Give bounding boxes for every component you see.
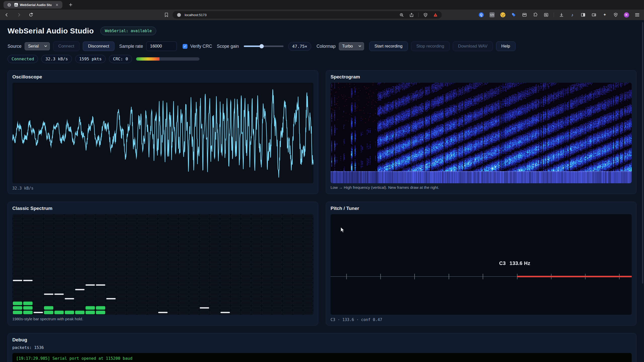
zoom-icon[interactable]: [398, 12, 405, 18]
debug-log[interactable]: [19:17:29.985] Serial port opened at 115…: [12, 353, 632, 362]
extensions-strip: Q </> ♪: [478, 12, 640, 18]
source-label: Source: [8, 44, 21, 49]
archive-extension-icon[interactable]: [521, 12, 528, 18]
oscilloscope-panel: Oscilloscope 32.3 kB/s: [8, 70, 318, 194]
tab-favicon: [14, 3, 18, 7]
address-bar[interactable]: localhost:5173: [173, 11, 442, 19]
colormap-select[interactable]: Turbo: [339, 42, 364, 50]
divider: [554, 13, 554, 17]
app-page: WebSerial Audio Studio WebSerial: availa…: [0, 20, 644, 362]
pitch-tuner-title: Pitch / Tuner: [331, 206, 632, 211]
tuner-frequency: 133.6 Hz: [509, 260, 530, 266]
sample-rate-label: Sample rate: [119, 44, 143, 49]
classic-spectrum-canvas: [12, 214, 313, 315]
packet-count-badge: 1595 pkts: [75, 55, 106, 63]
spectrogram-caption: Low → High frequency (vertical). New fra…: [331, 185, 632, 190]
tab-title: WebSerial Audio Studio: [20, 3, 52, 7]
help-button[interactable]: Help: [496, 41, 515, 51]
window-search-icon[interactable]: [543, 12, 549, 18]
extension-q-icon[interactable]: Q: [478, 12, 485, 18]
stop-recording-button[interactable]: Stop recording: [411, 41, 450, 51]
oscilloscope-canvas: [12, 83, 313, 183]
tuner-note: C3: [499, 260, 506, 266]
new-tab-icon[interactable]: [67, 2, 74, 8]
puzzle-extensions-icon[interactable]: [532, 12, 539, 18]
leo-ai-sparkle-icon[interactable]: ✦: [601, 12, 608, 18]
page-scrollbar[interactable]: [642, 22, 643, 284]
app-header: WebSerial Audio Studio WebSerial: availa…: [8, 27, 636, 35]
colormap-label: Colormap: [316, 44, 336, 49]
verify-crc-label: Verify CRC: [190, 44, 212, 49]
share-icon[interactable]: [408, 12, 415, 18]
site-info-icon[interactable]: [176, 12, 182, 18]
divider: [418, 13, 419, 17]
browser-chrome: WebSerial Audio Studio: [0, 0, 644, 20]
tab-strip: WebSerial Audio Studio: [0, 0, 644, 10]
verify-crc-checkbox[interactable]: ✓: [183, 44, 187, 49]
buffer-meter: [136, 57, 199, 61]
vpn-shield-icon[interactable]: [612, 12, 619, 18]
connection-status-badge: Connected: [8, 55, 38, 63]
forward-icon[interactable]: [16, 12, 22, 18]
menu-icon[interactable]: [634, 12, 640, 18]
pitch-tuner-canvas-wrap: C3 133.6 Hz: [331, 214, 632, 315]
wink-emoji-extension-icon[interactable]: [500, 12, 506, 18]
panel-grid: Oscilloscope 32.3 kB/s Spectrogram Low →…: [8, 70, 636, 326]
reload-icon[interactable]: [28, 12, 34, 18]
brave-shield-icon[interactable]: [422, 12, 429, 18]
scope-gain-value: 47.75×: [288, 42, 311, 51]
download-wav-button[interactable]: Download WAV: [453, 41, 493, 51]
tab-globe-icon: [6, 2, 12, 8]
sidebar-toggle-icon[interactable]: [580, 12, 586, 18]
sample-rate-input[interactable]: [146, 41, 177, 51]
slider-thumb[interactable]: [259, 44, 264, 49]
classic-spectrum-title: Classic Spectrum: [12, 206, 313, 211]
start-recording-button[interactable]: Start recording: [369, 41, 408, 51]
debug-panel: Debug packets: 1536 [19:17:29.985] Seria…: [8, 333, 636, 362]
data-rate-badge: 32.3 kB/s: [41, 55, 72, 63]
tag-extension-icon[interactable]: [510, 12, 517, 18]
back-icon[interactable]: [4, 12, 10, 18]
debug-log-line: [19:17:29.985] Serial port opened at 115…: [16, 356, 628, 361]
slider-fill: [244, 46, 262, 47]
spectrogram-title: Spectrogram: [331, 74, 632, 80]
tab-close-icon[interactable]: [54, 2, 60, 8]
source-select[interactable]: Serial: [25, 42, 50, 50]
media-music-icon[interactable]: ♪: [569, 12, 576, 18]
scope-gain-slider[interactable]: [244, 46, 284, 47]
tuner-readout: C3 133.6 Hz: [499, 260, 530, 266]
oscilloscope-title: Oscilloscope: [12, 74, 313, 80]
downloads-icon[interactable]: [558, 12, 565, 18]
buffer-meter-fill: [136, 57, 159, 61]
browser-toolbar: localhost:5173 Q </>: [0, 10, 644, 20]
oscilloscope-footer: 32.3 kB/s: [12, 186, 313, 191]
classic-spectrum-panel: Classic Spectrum 1980s-style bar spectru…: [8, 202, 318, 326]
chevron-down-icon: [358, 45, 361, 47]
chevron-down-icon: [44, 45, 47, 47]
code-extension-icon[interactable]: </>: [489, 12, 495, 18]
profile-avatar-icon[interactable]: [623, 12, 630, 18]
disconnect-button[interactable]: Disconnect: [83, 41, 114, 51]
debug-packets: packets: 1536: [12, 345, 632, 350]
classic-spectrum-caption: 1980s-style bar spectrum with peak hold.: [12, 317, 313, 321]
spectrogram-panel: Spectrogram Low → High frequency (vertic…: [326, 70, 636, 194]
mouse-cursor: [340, 227, 345, 233]
crc-badge: CRC: 0: [109, 55, 132, 63]
status-row: Connected 32.3 kB/s 1595 pkts CRC: 0: [8, 55, 636, 63]
classic-spectrum-canvas-wrap: [12, 214, 313, 315]
bookmark-icon[interactable]: [163, 12, 170, 18]
spectrogram-canvas-wrap: [331, 83, 632, 183]
pitch-tuner-footer: C3 · 133.6 · conf 0.47: [331, 318, 632, 322]
oscilloscope-canvas-wrap: [12, 83, 313, 183]
wallet-icon[interactable]: [591, 12, 597, 18]
connect-button[interactable]: Connect: [53, 41, 79, 51]
scope-gain-label: Scope gain: [217, 44, 239, 49]
brave-rewards-icon[interactable]: [432, 12, 439, 18]
webserial-status-badge: WebSerial: available: [100, 27, 156, 35]
debug-title: Debug: [12, 337, 632, 343]
pitch-tuner-panel: Pitch / Tuner C3 133.6 Hz C3 · 133.6 · c…: [326, 202, 636, 326]
controls-toolbar: Source Serial Connect Disconnect Sample …: [8, 41, 636, 51]
browser-tab[interactable]: WebSerial Audio Studio: [4, 1, 62, 9]
url-text: localhost:5173: [185, 13, 396, 17]
pitch-tuner-canvas: [331, 214, 632, 315]
